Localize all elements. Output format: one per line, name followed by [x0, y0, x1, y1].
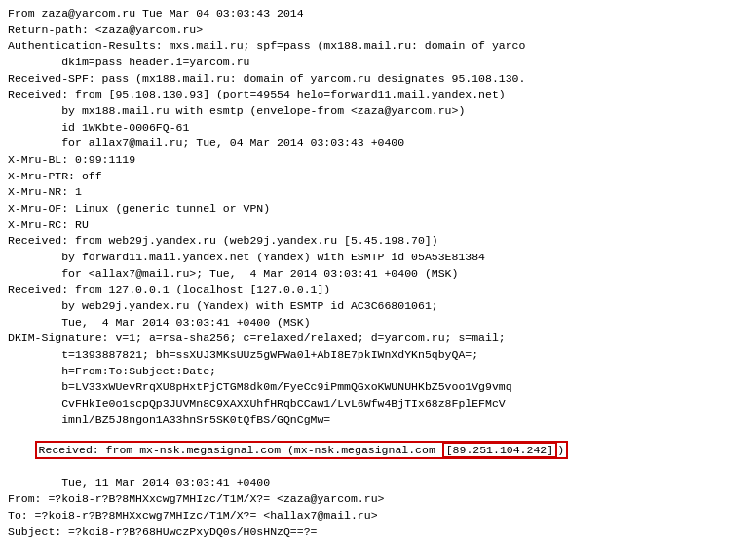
- received-close-paren: ): [557, 444, 564, 456]
- email-viewer: From zaza@yarcom.ru Tue Mar 04 03:03:43 …: [0, 0, 756, 547]
- received-from-domain: mx-nsk.megasignal.com (mx-nsk.megasignal…: [139, 444, 442, 456]
- received-highlight-line: Received: from mx-nsk.megasignal.com (mx…: [8, 426, 748, 475]
- email-content: From zaza@yarcom.ru Tue Mar 04 03:03:43 …: [8, 6, 748, 428]
- received-from-text: Received: from: [39, 444, 140, 456]
- received-box-wrapper: Received: from mx-nsk.megasignal.com (mx…: [35, 441, 568, 459]
- received-ip-box: [89.251.104.242]: [442, 442, 557, 458]
- email-content-bottom: Tue, 11 Mar 2014 03:03:41 +0400 From: =?…: [8, 475, 748, 540]
